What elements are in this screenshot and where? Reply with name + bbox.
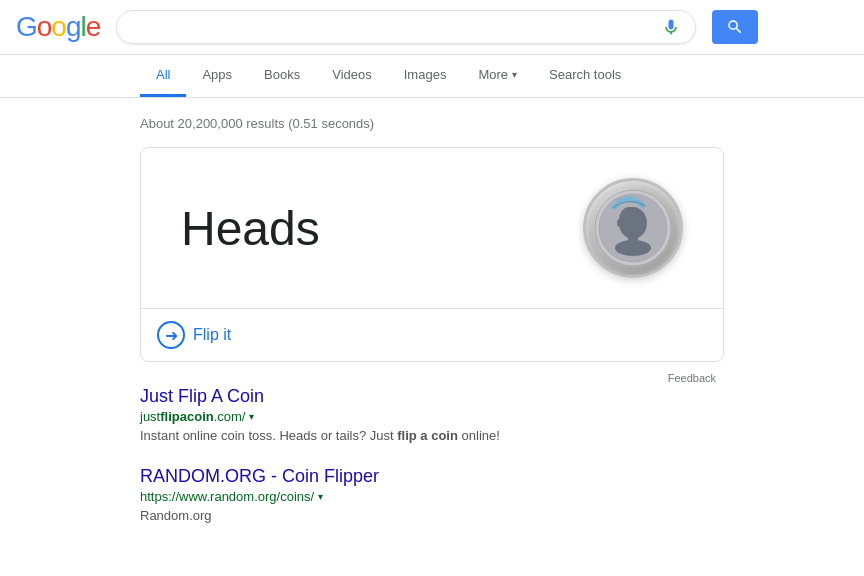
svg-point-4: [615, 240, 651, 256]
result-1-snippet: Instant online coin toss. Heads or tails…: [140, 426, 724, 446]
nav-tabs: All Apps Books Videos Images More ▾ Sear…: [0, 55, 864, 98]
tab-books[interactable]: Books: [248, 55, 316, 97]
tab-images[interactable]: Images: [388, 55, 463, 97]
result-1-url: justflipacoin.com/: [140, 409, 245, 424]
mic-icon[interactable]: [661, 17, 681, 37]
logo-o2: o: [51, 11, 66, 42]
svg-point-5: [619, 207, 639, 233]
result-1-url-line: justflipacoin.com/ ▾: [140, 409, 724, 424]
result-2-dropdown-icon[interactable]: ▾: [318, 491, 323, 502]
results-area: About 20,200,000 results (0.51 seconds) …: [0, 98, 864, 555]
flip-circle-icon: ➜: [157, 321, 185, 349]
logo-g2: g: [66, 11, 81, 42]
result-1-title[interactable]: Just Flip A Coin: [140, 386, 264, 406]
results-count: About 20,200,000 results (0.51 seconds): [140, 116, 724, 131]
more-arrow-icon: ▾: [512, 69, 517, 80]
svg-point-6: [617, 219, 623, 227]
tab-apps[interactable]: Apps: [186, 55, 248, 97]
result-1-dropdown-icon[interactable]: ▾: [249, 411, 254, 422]
result-2-url-line: https://www.random.org/coins/ ▾: [140, 489, 724, 504]
logo-e: e: [86, 11, 101, 42]
tab-videos[interactable]: Videos: [316, 55, 388, 97]
flip-it-label: Flip it: [193, 326, 231, 344]
search-result-2: RANDOM.ORG - Coin Flipper https://www.ra…: [140, 466, 724, 526]
tab-search-tools[interactable]: Search tools: [533, 55, 637, 97]
tab-all[interactable]: All: [140, 55, 186, 97]
flip-it-button[interactable]: ➜ Flip it: [157, 321, 231, 349]
coin-flip-widget: Heads: [140, 147, 724, 362]
search-input[interactable]: flip a coin: [131, 18, 653, 36]
logo-o1: o: [37, 11, 52, 42]
widget-main: Heads: [141, 148, 723, 308]
feedback-link[interactable]: Feedback: [140, 370, 724, 386]
header: Google flip a coin: [0, 0, 864, 55]
search-bar: flip a coin: [116, 10, 696, 44]
google-logo: Google: [16, 11, 100, 43]
coin-result: Heads: [181, 201, 320, 256]
tab-more[interactable]: More ▾: [462, 55, 533, 97]
coin-svg: [593, 188, 673, 268]
search-button[interactable]: [712, 10, 758, 44]
result-2-title[interactable]: RANDOM.ORG - Coin Flipper: [140, 466, 379, 486]
widget-footer: ➜ Flip it: [141, 308, 723, 361]
result-2-url: https://www.random.org/coins/: [140, 489, 314, 504]
result-2-snippet: Random.org: [140, 506, 724, 526]
search-result-1: Just Flip A Coin justflipacoin.com/ ▾ In…: [140, 386, 724, 446]
logo-g: G: [16, 11, 37, 42]
coin-image: [583, 178, 683, 278]
